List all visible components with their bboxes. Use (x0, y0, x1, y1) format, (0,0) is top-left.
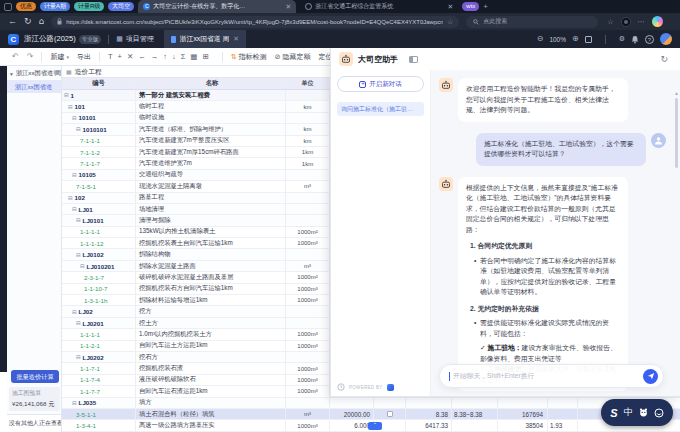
tab-group-pill[interactable]: 计量R级 (74, 2, 104, 11)
back-icon[interactable]: ← (8, 13, 17, 30)
favorites-icon[interactable]: ☆ (607, 18, 613, 26)
undo-icon[interactable]: ↶ (12, 52, 19, 61)
history-clock-icon[interactable] (337, 383, 345, 391)
table-icon[interactable]: ▦ (190, 52, 197, 61)
home-icon[interactable]: ⌂ (39, 13, 45, 30)
delete-row-icon[interactable]: ✕ (127, 52, 133, 61)
collapse-icon[interactable]: ⊟ (80, 263, 85, 269)
document-tab[interactable]: 浙江xx国省道 周 ✕ (164, 30, 246, 48)
collapse-icon[interactable]: ⊟ (68, 195, 73, 201)
bell-icon[interactable] (631, 35, 639, 44)
tree-child-item-selected[interactable]: 浙江xx国省道 (7, 80, 61, 93)
collapse-icon[interactable]: ⊟ (76, 354, 81, 360)
browser-profile-avatar[interactable] (621, 17, 631, 27)
collapse-icon[interactable]: ⊟ (72, 115, 77, 121)
indent-icon[interactable]: → (151, 52, 159, 61)
nav-project-management[interactable]: ▦ 项目管理 (116, 34, 154, 44)
scroll-up-icon[interactable]: ▲ (674, 90, 679, 96)
new-button[interactable]: 新建▾ (50, 52, 69, 62)
assistant-header: 大司空助手 ↻ (331, 48, 680, 70)
tab-group-pill[interactable]: 大司空 (108, 2, 134, 11)
row-name: 拆除结构物 (136, 249, 286, 259)
move-up-icon[interactable]: ↑ (163, 52, 167, 61)
table-row[interactable]: ⊟LJ035填方 (62, 398, 680, 409)
reply-bullet: 若合同中明确约定了施工标准化内容的结算标准（如驻地建设费用、试验室配置等单列清单… (474, 256, 620, 298)
refresh-chat-icon[interactable]: ↻ (660, 54, 668, 64)
collapse-icon[interactable]: ⊟ (76, 252, 81, 258)
export-button[interactable]: 导出 (77, 52, 91, 62)
ime-smiley-icon[interactable] (654, 408, 664, 418)
collapse-icon[interactable]: ⊟ (64, 92, 69, 98)
more-menu-icon[interactable]: ⋯ (638, 13, 645, 30)
address-bar[interactable]: https://dsk.smartcost.com.cn/subject/PtC… (51, 16, 459, 28)
tab-group-pill[interactable]: 优惠 (16, 2, 36, 11)
fullscreen-icon[interactable] (585, 36, 592, 43)
user-avatar[interactable] (660, 33, 672, 45)
new-tab-icon[interactable]: + (483, 2, 488, 11)
row-name: 挖掘机挖装石方自卸汽车运输1km (136, 284, 286, 294)
header-unit[interactable]: 单位 (286, 78, 330, 89)
view-tab-label[interactable]: 造价工程 (75, 67, 102, 77)
header-code[interactable]: 编号 (62, 78, 136, 89)
row-code: 7-1-1-7 (62, 158, 136, 168)
zoom-out-icon[interactable]: ⊖ (537, 30, 544, 48)
robot-avatar-icon (439, 177, 453, 191)
row-unit (286, 352, 330, 362)
expand-all-icon[interactable]: ⊞ (202, 52, 208, 61)
ime-toolbar[interactable]: S 中 (601, 399, 673, 426)
send-button[interactable] (643, 369, 658, 384)
refresh-icon[interactable]: ↻ (24, 13, 32, 30)
checkbox[interactable] (387, 411, 393, 417)
chat-scrollbar[interactable] (675, 98, 678, 362)
row-unit (286, 193, 330, 203)
copilot-icon[interactable] (652, 16, 663, 27)
browser-tab-active[interactable]: C 大司空云计价-在线分享、数字化… ✕ (138, 0, 296, 13)
row-name: 液压破碎机破除软石 (136, 375, 286, 385)
panel-layout-icon[interactable] (409, 56, 418, 63)
tab-close-icon[interactable]: ✕ (447, 3, 453, 11)
search-box[interactable]: 点此搜索 (466, 16, 598, 28)
insert-row-icon[interactable]: + (118, 52, 122, 61)
tab-group-pill-collapsed[interactable]: wtx (462, 2, 479, 11)
tab-close-icon[interactable]: ✕ (285, 3, 291, 11)
chevron-down-icon[interactable]: ▼ (9, 71, 14, 77)
move-down-icon[interactable]: ↓ (172, 52, 176, 61)
collapsed-side-rail[interactable] (0, 66, 7, 372)
new-chat-button[interactable]: 开启新对话 (337, 76, 424, 92)
tab-search-icon[interactable] (4, 3, 12, 11)
collapse-icon[interactable]: ⊟ (72, 400, 77, 406)
help-icon[interactable]: ? (645, 35, 654, 44)
row-qty: 20000.00 (330, 409, 374, 419)
indicator-check-button[interactable]: ⇅指标检测 (231, 52, 267, 62)
ime-chinese-mode[interactable]: 中 (624, 406, 633, 419)
panel-collapse-icon[interactable]: ▦ (53, 68, 59, 75)
chat-message-area: 欢迎使用工程造价智能助手！我是您的专属助手，您可以向我提问关于工程施工造价、相关… (431, 70, 680, 396)
chat-input[interactable]: 开始聊天，Shift+Enter换行 (439, 364, 664, 388)
collapse-icon[interactable]: ⊟ (76, 126, 81, 132)
zoom-in-icon[interactable]: ⊕ (572, 30, 579, 48)
collapse-icon[interactable]: ⊟ (72, 172, 77, 178)
collapse-icon[interactable]: ⊟ (72, 206, 77, 212)
header-name[interactable]: 名称 (136, 78, 286, 89)
collapse-icon[interactable]: ⊟ (72, 309, 77, 315)
row-name: 现浇水泥混凝土隔离墩 (136, 181, 286, 191)
comment-marker[interactable]: ˆ (368, 422, 382, 430)
chat-history-item[interactable]: 询问施工标准化（施工驻… (337, 102, 424, 116)
collapse-icon[interactable]: ⊟ (76, 217, 81, 223)
collapse-icon[interactable]: ⊟ (76, 320, 81, 326)
browser-tab-2[interactable]: 浙江省交通工程综合监管系统 ✕ (300, 0, 458, 13)
outdent-icon[interactable]: ← (138, 52, 146, 61)
table-row[interactable]: 3-5-1-1填土石混合料（粒径）填筑m³20000.008.388.38~8.… (62, 409, 680, 420)
tab-group-pill[interactable]: 计量A期 (40, 2, 70, 11)
sum-icon[interactable]: Σ (181, 52, 186, 61)
collapse-icon[interactable]: ⊟ (68, 104, 73, 110)
hide-quota-button[interactable]: ⊘隐藏定额 (275, 52, 311, 62)
text-tool-icon[interactable]: T (108, 52, 113, 61)
settings-gear-icon[interactable]: ⚙ (619, 30, 625, 48)
close-document-icon[interactable]: ✕ (233, 35, 239, 43)
batch-calc-button[interactable]: 批量造价计算 (11, 370, 59, 383)
sheet-icon: ▦ (66, 68, 72, 75)
ime-panda-icon[interactable] (639, 408, 648, 417)
redo-icon[interactable]: ↷ (27, 52, 34, 61)
bookmark-star-icon[interactable]: ☆ (447, 18, 453, 26)
